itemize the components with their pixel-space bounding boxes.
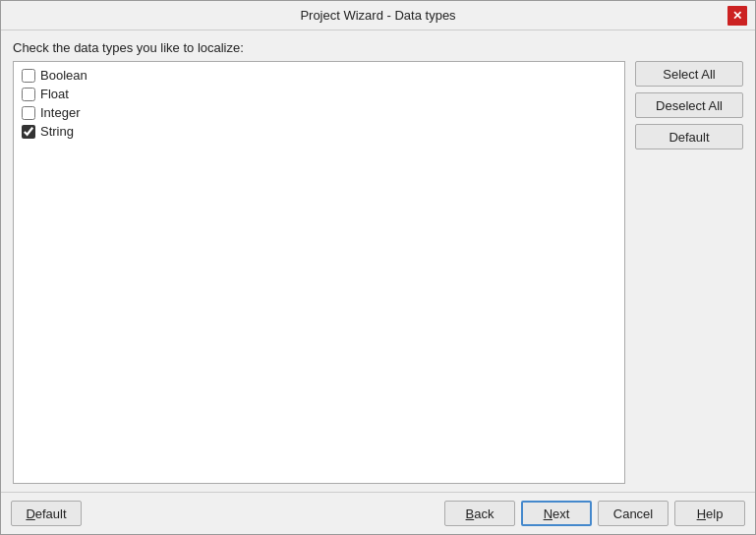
default-footer-button[interactable]: Default <box>11 501 82 526</box>
checkbox-boolean[interactable] <box>22 69 35 83</box>
next-button[interactable]: Next <box>521 501 592 526</box>
content-area: Check the data types you like to localiz… <box>1 30 755 492</box>
cancel-button[interactable]: Cancel <box>598 501 669 526</box>
deselect-all-button[interactable]: Deselect All <box>635 92 743 118</box>
label-boolean[interactable]: Boolean <box>40 68 87 83</box>
main-row: Boolean Float Integer String Select All <box>13 61 743 484</box>
default-side-button[interactable]: Default <box>635 124 743 149</box>
checkbox-string[interactable] <box>22 125 35 139</box>
data-types-list: Boolean Float Integer String <box>13 61 625 484</box>
footer-right: Back Next Cancel Help <box>444 501 745 526</box>
checkbox-item-integer[interactable]: Integer <box>18 103 620 122</box>
checkbox-integer[interactable] <box>22 106 35 120</box>
label-string[interactable]: String <box>40 124 74 139</box>
footer-left: Default <box>11 501 82 526</box>
side-buttons-panel: Select All Deselect All Default <box>635 61 743 484</box>
checkbox-item-float[interactable]: Float <box>18 85 620 103</box>
checkbox-item-string[interactable]: String <box>18 122 620 141</box>
main-window: Project Wizard - Data types ✕ Check the … <box>0 0 756 535</box>
title-bar: Project Wizard - Data types ✕ <box>1 1 755 30</box>
checkbox-item-boolean[interactable]: Boolean <box>18 66 620 85</box>
label-integer[interactable]: Integer <box>40 105 80 120</box>
close-button[interactable]: ✕ <box>727 6 747 26</box>
footer: Default Back Next Cancel Help <box>1 492 755 534</box>
label-float[interactable]: Float <box>40 87 69 101</box>
instruction-label: Check the data types you like to localiz… <box>13 40 743 55</box>
help-button[interactable]: Help <box>674 501 745 526</box>
select-all-button[interactable]: Select All <box>635 61 743 87</box>
back-button[interactable]: Back <box>444 501 515 526</box>
checkbox-float[interactable] <box>22 88 35 101</box>
window-title: Project Wizard - Data types <box>29 8 727 23</box>
